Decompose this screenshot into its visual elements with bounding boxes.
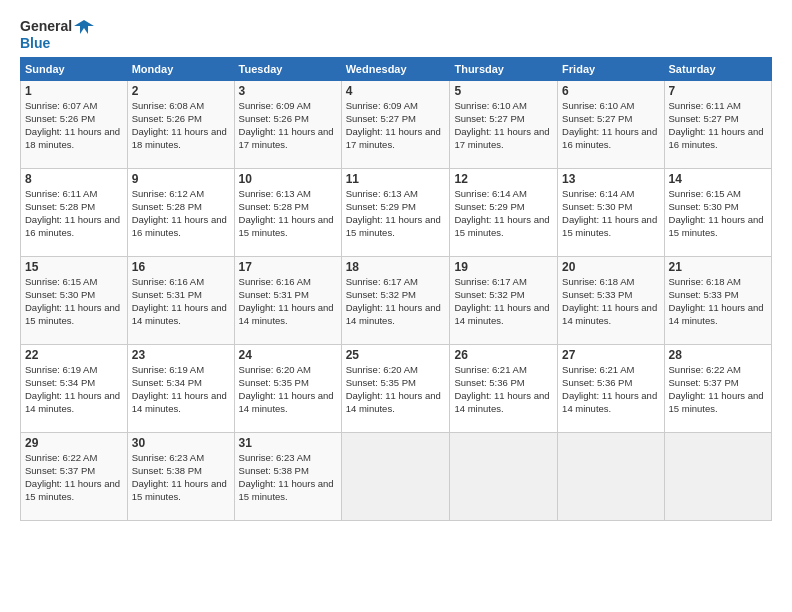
calendar-cell: 24Sunrise: 6:20 AMSunset: 5:35 PMDayligh… — [234, 345, 341, 433]
day-info: Sunrise: 6:16 AMSunset: 5:31 PMDaylight:… — [239, 276, 337, 327]
day-number: 19 — [454, 260, 553, 274]
calendar-cell: 6Sunrise: 6:10 AMSunset: 5:27 PMDaylight… — [558, 81, 664, 169]
calendar-cell: 4Sunrise: 6:09 AMSunset: 5:27 PMDaylight… — [341, 81, 450, 169]
calendar-cell: 3Sunrise: 6:09 AMSunset: 5:26 PMDaylight… — [234, 81, 341, 169]
day-number: 12 — [454, 172, 553, 186]
calendar-cell: 14Sunrise: 6:15 AMSunset: 5:30 PMDayligh… — [664, 169, 771, 257]
calendar-table: SundayMondayTuesdayWednesdayThursdayFrid… — [20, 57, 772, 521]
calendar-cell: 25Sunrise: 6:20 AMSunset: 5:35 PMDayligh… — [341, 345, 450, 433]
day-info: Sunrise: 6:22 AMSunset: 5:37 PMDaylight:… — [25, 452, 123, 503]
calendar-header-tuesday: Tuesday — [234, 58, 341, 81]
header: General Blue — [20, 18, 772, 51]
day-number: 6 — [562, 84, 659, 98]
day-number: 30 — [132, 436, 230, 450]
calendar-week-5: 29Sunrise: 6:22 AMSunset: 5:37 PMDayligh… — [21, 433, 772, 521]
day-info: Sunrise: 6:18 AMSunset: 5:33 PMDaylight:… — [669, 276, 767, 327]
day-number: 24 — [239, 348, 337, 362]
day-info: Sunrise: 6:14 AMSunset: 5:29 PMDaylight:… — [454, 188, 553, 239]
day-info: Sunrise: 6:23 AMSunset: 5:38 PMDaylight:… — [132, 452, 230, 503]
day-number: 11 — [346, 172, 446, 186]
calendar-week-3: 15Sunrise: 6:15 AMSunset: 5:30 PMDayligh… — [21, 257, 772, 345]
day-info: Sunrise: 6:15 AMSunset: 5:30 PMDaylight:… — [25, 276, 123, 327]
calendar-cell: 18Sunrise: 6:17 AMSunset: 5:32 PMDayligh… — [341, 257, 450, 345]
day-number: 17 — [239, 260, 337, 274]
day-number: 27 — [562, 348, 659, 362]
day-info: Sunrise: 6:19 AMSunset: 5:34 PMDaylight:… — [132, 364, 230, 415]
day-number: 16 — [132, 260, 230, 274]
calendar-cell — [664, 433, 771, 521]
day-info: Sunrise: 6:14 AMSunset: 5:30 PMDaylight:… — [562, 188, 659, 239]
calendar-cell: 27Sunrise: 6:21 AMSunset: 5:36 PMDayligh… — [558, 345, 664, 433]
calendar-cell: 11Sunrise: 6:13 AMSunset: 5:29 PMDayligh… — [341, 169, 450, 257]
day-info: Sunrise: 6:13 AMSunset: 5:29 PMDaylight:… — [346, 188, 446, 239]
day-number: 1 — [25, 84, 123, 98]
day-info: Sunrise: 6:08 AMSunset: 5:26 PMDaylight:… — [132, 100, 230, 151]
day-number: 2 — [132, 84, 230, 98]
calendar-cell: 2Sunrise: 6:08 AMSunset: 5:26 PMDaylight… — [127, 81, 234, 169]
calendar-header-sunday: Sunday — [21, 58, 128, 81]
day-info: Sunrise: 6:21 AMSunset: 5:36 PMDaylight:… — [562, 364, 659, 415]
calendar-cell: 30Sunrise: 6:23 AMSunset: 5:38 PMDayligh… — [127, 433, 234, 521]
day-number: 28 — [669, 348, 767, 362]
svg-marker-0 — [74, 20, 94, 34]
day-info: Sunrise: 6:10 AMSunset: 5:27 PMDaylight:… — [562, 100, 659, 151]
day-info: Sunrise: 6:10 AMSunset: 5:27 PMDaylight:… — [454, 100, 553, 151]
calendar-cell: 1Sunrise: 6:07 AMSunset: 5:26 PMDaylight… — [21, 81, 128, 169]
day-info: Sunrise: 6:20 AMSunset: 5:35 PMDaylight:… — [239, 364, 337, 415]
day-info: Sunrise: 6:23 AMSunset: 5:38 PMDaylight:… — [239, 452, 337, 503]
day-info: Sunrise: 6:15 AMSunset: 5:30 PMDaylight:… — [669, 188, 767, 239]
day-info: Sunrise: 6:22 AMSunset: 5:37 PMDaylight:… — [669, 364, 767, 415]
calendar-cell: 29Sunrise: 6:22 AMSunset: 5:37 PMDayligh… — [21, 433, 128, 521]
calendar-cell: 20Sunrise: 6:18 AMSunset: 5:33 PMDayligh… — [558, 257, 664, 345]
day-info: Sunrise: 6:19 AMSunset: 5:34 PMDaylight:… — [25, 364, 123, 415]
day-number: 21 — [669, 260, 767, 274]
day-info: Sunrise: 6:17 AMSunset: 5:32 PMDaylight:… — [346, 276, 446, 327]
day-info: Sunrise: 6:11 AMSunset: 5:27 PMDaylight:… — [669, 100, 767, 151]
calendar-cell: 31Sunrise: 6:23 AMSunset: 5:38 PMDayligh… — [234, 433, 341, 521]
day-info: Sunrise: 6:18 AMSunset: 5:33 PMDaylight:… — [562, 276, 659, 327]
day-number: 3 — [239, 84, 337, 98]
calendar-cell: 21Sunrise: 6:18 AMSunset: 5:33 PMDayligh… — [664, 257, 771, 345]
calendar-cell: 15Sunrise: 6:15 AMSunset: 5:30 PMDayligh… — [21, 257, 128, 345]
calendar-cell: 13Sunrise: 6:14 AMSunset: 5:30 PMDayligh… — [558, 169, 664, 257]
calendar-cell: 5Sunrise: 6:10 AMSunset: 5:27 PMDaylight… — [450, 81, 558, 169]
day-number: 9 — [132, 172, 230, 186]
day-info: Sunrise: 6:12 AMSunset: 5:28 PMDaylight:… — [132, 188, 230, 239]
day-info: Sunrise: 6:20 AMSunset: 5:35 PMDaylight:… — [346, 364, 446, 415]
calendar-week-1: 1Sunrise: 6:07 AMSunset: 5:26 PMDaylight… — [21, 81, 772, 169]
calendar-cell — [450, 433, 558, 521]
logo: General Blue — [20, 18, 94, 51]
day-info: Sunrise: 6:09 AMSunset: 5:26 PMDaylight:… — [239, 100, 337, 151]
calendar-cell: 10Sunrise: 6:13 AMSunset: 5:28 PMDayligh… — [234, 169, 341, 257]
day-info: Sunrise: 6:21 AMSunset: 5:36 PMDaylight:… — [454, 364, 553, 415]
calendar-cell: 19Sunrise: 6:17 AMSunset: 5:32 PMDayligh… — [450, 257, 558, 345]
day-info: Sunrise: 6:07 AMSunset: 5:26 PMDaylight:… — [25, 100, 123, 151]
calendar-cell: 28Sunrise: 6:22 AMSunset: 5:37 PMDayligh… — [664, 345, 771, 433]
day-number: 20 — [562, 260, 659, 274]
calendar-week-4: 22Sunrise: 6:19 AMSunset: 5:34 PMDayligh… — [21, 345, 772, 433]
calendar-week-2: 8Sunrise: 6:11 AMSunset: 5:28 PMDaylight… — [21, 169, 772, 257]
calendar-cell — [341, 433, 450, 521]
day-number: 22 — [25, 348, 123, 362]
calendar-header-friday: Friday — [558, 58, 664, 81]
day-number: 13 — [562, 172, 659, 186]
calendar-cell: 22Sunrise: 6:19 AMSunset: 5:34 PMDayligh… — [21, 345, 128, 433]
logo-blue: Blue — [20, 36, 50, 51]
page: General Blue SundayMondayTuesdayWednesda… — [0, 0, 792, 531]
day-number: 4 — [346, 84, 446, 98]
logo-general: General — [20, 19, 72, 34]
day-info: Sunrise: 6:13 AMSunset: 5:28 PMDaylight:… — [239, 188, 337, 239]
calendar-cell: 17Sunrise: 6:16 AMSunset: 5:31 PMDayligh… — [234, 257, 341, 345]
calendar-header-saturday: Saturday — [664, 58, 771, 81]
calendar-cell: 9Sunrise: 6:12 AMSunset: 5:28 PMDaylight… — [127, 169, 234, 257]
day-number: 23 — [132, 348, 230, 362]
calendar-cell: 8Sunrise: 6:11 AMSunset: 5:28 PMDaylight… — [21, 169, 128, 257]
day-info: Sunrise: 6:16 AMSunset: 5:31 PMDaylight:… — [132, 276, 230, 327]
day-number: 31 — [239, 436, 337, 450]
calendar-header-thursday: Thursday — [450, 58, 558, 81]
calendar-header-wednesday: Wednesday — [341, 58, 450, 81]
calendar-header-row: SundayMondayTuesdayWednesdayThursdayFrid… — [21, 58, 772, 81]
day-number: 26 — [454, 348, 553, 362]
day-info: Sunrise: 6:11 AMSunset: 5:28 PMDaylight:… — [25, 188, 123, 239]
calendar-cell: 12Sunrise: 6:14 AMSunset: 5:29 PMDayligh… — [450, 169, 558, 257]
